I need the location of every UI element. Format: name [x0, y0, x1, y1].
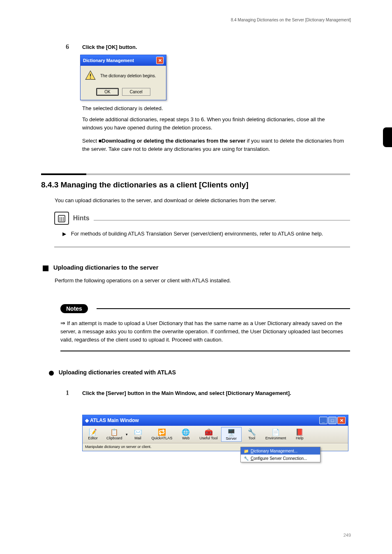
ref-note-prefix: Select — [82, 138, 99, 144]
window-title-row: ◆ ATLAS Main Window — [85, 418, 139, 423]
step1-heading-row: Uploading dictionaries created with ATLA… — [49, 369, 176, 376]
help-button[interactable]: 📕 Help — [289, 427, 310, 442]
arrow-right-icon: ⇒ — [60, 320, 67, 326]
server-icon: 🖥️ — [227, 428, 235, 436]
warning-icon — [85, 70, 96, 81]
step1-heading: Uploading dictionaries created with ATLA… — [59, 369, 176, 376]
section-rule-gray — [86, 173, 350, 175]
server-button[interactable]: 🖥️ Server — [221, 427, 242, 442]
tool-label: Tool — [248, 436, 255, 440]
clipboard-icon: 📋 — [110, 428, 118, 436]
section-rule-black — [41, 173, 86, 175]
tool-icon: 🔧 — [248, 428, 256, 436]
hints-row: ▶ For methods of building ATLAS Translat… — [62, 230, 350, 238]
dialog-message: The dictionary deletion begins. — [100, 74, 156, 78]
mail-button[interactable]: ✉️ Mail — [128, 427, 148, 442]
server-label: Server — [226, 436, 237, 441]
menu-configure-server[interactable]: 🔧 Configure Server Connection... — [241, 455, 320, 462]
clipboard-button[interactable]: 📋 Clipboard — [103, 427, 126, 442]
quickatlas-button[interactable]: 🔁 QuickATLAS — [148, 427, 176, 442]
clipboard-label: Clipboard — [106, 436, 122, 440]
notes-content: ⇒ If an attempt is made to upload a User… — [60, 319, 350, 344]
circle-bullet-icon — [49, 371, 54, 376]
section-heading: 8.4.3 Managing the dictionaries as a cli… — [41, 180, 349, 189]
step-6-number: 6 — [66, 43, 69, 51]
dialog-titlebar: Dictionary Management ✕ — [81, 55, 166, 66]
upload-intro: Perform the following operations on a se… — [55, 277, 350, 285]
notes-label: Notes — [60, 304, 88, 313]
breadcrumb: 8.4 Managing Dictionaries on the Server … — [231, 18, 351, 22]
dict-mgmt-icon: 📁 — [243, 448, 249, 454]
after-delete-text: The selected dictionary is deleted. — [82, 104, 163, 113]
toolbar: 📝 Editor 📋 Clipboard ▾ ✉️ Mail 🔁 QuickAT… — [83, 426, 348, 443]
square-bullet-icon — [43, 265, 48, 271]
editor-button[interactable]: 📝 Editor — [83, 427, 103, 442]
hints-line — [94, 220, 350, 221]
hints-box: Hints — [54, 212, 350, 221]
window-title: ATLAS Main Window — [90, 418, 139, 423]
notes-line — [97, 308, 350, 309]
side-tab — [383, 127, 392, 147]
notes-text: If an attempt is made to upload a User D… — [60, 320, 343, 343]
hints-text: For methods of building ATLAS Translatio… — [71, 231, 323, 237]
dialog-content: The dictionary deletion begins. — [81, 66, 166, 85]
main-window-figure: ◆ ATLAS Main Window _ □ ✕ 📝 Editor 📋 Cli… — [82, 415, 348, 451]
menu-dictionary-management[interactable]: 📁 Dictionary Management... — [241, 447, 320, 455]
cancel-button[interactable]: Cancel — [122, 88, 150, 96]
tool-button[interactable]: 🔧 Tool — [242, 427, 262, 442]
pencil-icon — [54, 212, 69, 225]
maximize-icon[interactable]: □ — [328, 417, 337, 424]
step-1-number: 1 — [66, 389, 69, 397]
environment-label: Environment — [265, 436, 286, 440]
ok-button[interactable]: OK — [96, 88, 118, 96]
step-6-text: Click the [OK] button. — [82, 44, 137, 50]
web-button[interactable]: 🌐 Web — [175, 427, 196, 442]
svg-rect-0 — [90, 74, 91, 76]
mail-icon: ✉️ — [134, 428, 142, 436]
minimize-icon[interactable]: _ — [319, 417, 327, 424]
dialog-title: Dictionary Management — [83, 58, 134, 63]
server-menu: 📁 Dictionary Management... 🔧 Configure S… — [240, 447, 321, 462]
help-icon: 📕 — [295, 428, 304, 436]
quickatlas-label: QuickATLAS — [152, 436, 173, 440]
editor-icon: 📝 — [89, 428, 97, 436]
useful-tool-button[interactable]: 🧰 Useful Tool — [196, 427, 221, 442]
svg-rect-1 — [90, 78, 91, 78]
hints-arrow-icon: ▶ — [62, 231, 66, 237]
close-icon[interactable]: ✕ — [156, 57, 164, 64]
dialog-buttons: OK Cancel — [81, 85, 166, 100]
repeat-note: To delete additional dictionaries, repea… — [82, 115, 345, 132]
notes-bottom-line — [60, 351, 350, 351]
close-icon[interactable]: ✕ — [337, 417, 346, 424]
section-rule — [41, 173, 350, 175]
menu-dict-label: ictionary Management... — [254, 449, 297, 453]
upload-heading-row: Uploading dictionaries to the server — [43, 264, 159, 271]
mail-label: Mail — [134, 436, 141, 440]
web-label: Web — [182, 436, 189, 440]
quickatlas-icon: 🔁 — [158, 428, 166, 436]
web-icon: 🌐 — [182, 428, 190, 436]
upload-heading: Uploading dictionaries to the server — [53, 264, 159, 271]
notes-box: Notes — [60, 304, 350, 309]
help-label: Help — [296, 436, 304, 440]
menu-configure-label: onfigure Server Connection... — [254, 456, 307, 461]
page-number: 249 — [344, 533, 351, 538]
window-controls: _ □ ✕ — [319, 417, 346, 424]
app-icon: ◆ — [85, 418, 89, 423]
window-titlebar: ◆ ATLAS Main Window _ □ ✕ — [83, 415, 348, 426]
environment-button[interactable]: 📄 Environment — [262, 427, 290, 442]
ref-note: Select ■Downloading or deleting the dict… — [82, 137, 345, 153]
page-header: 8.4 Managing Dictionaries on the Server … — [231, 18, 351, 22]
useful-tool-label: Useful Tool — [199, 436, 217, 440]
editor-label: Editor — [88, 436, 98, 440]
hints-bottom-line — [54, 246, 350, 248]
configure-icon: 🔧 — [243, 455, 249, 461]
hints-label: Hints — [73, 215, 90, 222]
section-intro: You can upload dictionaries to the serve… — [55, 196, 350, 205]
ref-note-bold: ■Downloading or deleting the dictionarie… — [99, 138, 245, 144]
environment-icon: 📄 — [272, 428, 280, 436]
dialog-figure: Dictionary Management ✕ The dictionary d… — [80, 55, 166, 100]
step-1-text: Click the [Server] button in the Main Wi… — [82, 390, 345, 396]
useful-tool-icon: 🧰 — [205, 428, 213, 436]
